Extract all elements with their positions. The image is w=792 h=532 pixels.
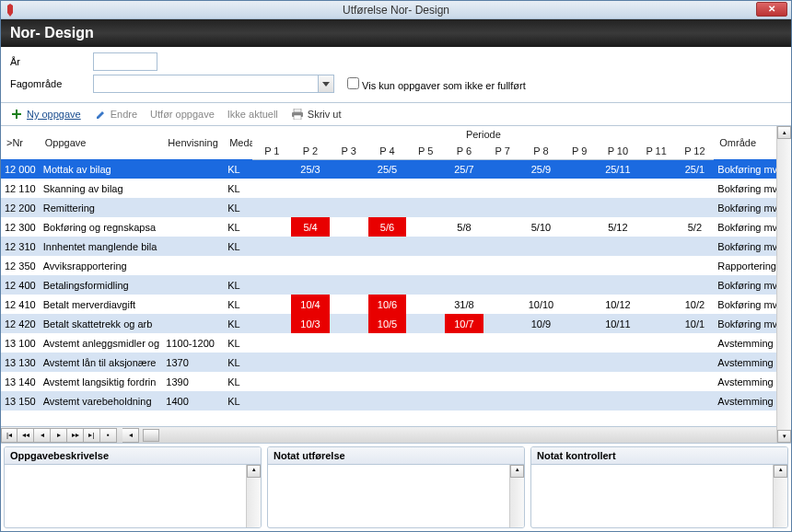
table-row[interactable]: 12 350AvviksrapporteringRapportering: [1, 256, 791, 275]
table-row[interactable]: 13 150Avstemt varebeholdning1400KLAvstem…: [1, 391, 791, 411]
panel-note-execute: Notat utførelse ▴: [267, 446, 525, 528]
col-henvisning[interactable]: Henvisning: [162, 126, 224, 159]
window-title: Utførelse Nor- Design: [343, 4, 449, 17]
table-row[interactable]: 12 300Bokføring og regnskapsaKL5/45/65/8…: [1, 217, 791, 237]
table-row[interactable]: 12 110Skanning av bilagKLBokføring mv: [1, 179, 791, 198]
table-row[interactable]: 13 130Avstemt lån til aksjonære1370KLAvs…: [1, 353, 791, 372]
page-title: Nor- Design: [1, 19, 791, 47]
pencil-icon: [94, 108, 107, 121]
close-button[interactable]: ✕: [756, 2, 787, 17]
scroll-down-button[interactable]: ▾: [777, 430, 791, 443]
col-p6[interactable]: P 6: [445, 143, 483, 159]
nav-prev-page[interactable]: ◂◂: [17, 428, 34, 443]
year-label: År: [10, 56, 93, 67]
hscroll-left[interactable]: ◂: [122, 428, 139, 443]
panel-scrollbar[interactable]: ▴: [246, 465, 261, 527]
bottom-panels: Oppgavebeskrivelse ▴ Notat utførelse ▴ N…: [1, 443, 791, 531]
col-p5[interactable]: P 5: [406, 143, 445, 159]
panel-scrollbar[interactable]: ▴: [773, 465, 787, 527]
parameters: År Fagområde Vis kun oppgaver som ikke e…: [1, 47, 791, 103]
panel-note-checked: Notat kontrollert ▴: [530, 446, 788, 528]
table-row[interactable]: 13 140Avstemt langsiktig fordrin1390KLAv…: [1, 372, 791, 391]
description-text[interactable]: ▴: [5, 465, 261, 527]
printer-icon: [291, 108, 304, 121]
table-row[interactable]: 12 410Betalt merverdiavgiftKL10/410/631/…: [1, 295, 791, 314]
scroll-up-button[interactable]: ▴: [774, 465, 787, 478]
grid-container: >Nr Oppgave Henvisning Meda Periode Områ…: [1, 126, 791, 443]
record-navigator: |◂ ◂◂ ◂ ▸ ▸▸ ▸| ▪ ◂: [1, 426, 791, 443]
scroll-up-button[interactable]: ▴: [777, 126, 791, 139]
nav-extra[interactable]: ▪: [100, 428, 117, 443]
vertical-scrollbar[interactable]: ▴ ▾: [776, 126, 791, 443]
nav-first[interactable]: |◂: [1, 428, 17, 443]
area-dropdown-button[interactable]: [318, 75, 334, 93]
col-meda[interactable]: Meda: [224, 126, 252, 159]
perform-button[interactable]: Utfør oppgave: [150, 109, 215, 120]
col-p8[interactable]: P 8: [522, 143, 561, 159]
area-input[interactable]: [93, 75, 318, 93]
edit-button[interactable]: Endre: [94, 108, 137, 121]
table-row[interactable]: 12 000Mottak av bilagKL25/325/525/725/92…: [1, 159, 791, 179]
toolbar: Ny oppgave Endre Utfør oppgave Ikke aktu…: [1, 103, 791, 126]
col-p4[interactable]: P 4: [368, 143, 407, 159]
nav-next-page[interactable]: ▸▸: [67, 428, 84, 443]
nav-last[interactable]: ▸|: [84, 428, 100, 443]
svg-rect-4: [294, 115, 301, 120]
panel-description: Oppgavebeskrivelse ▴: [4, 446, 262, 528]
col-p1[interactable]: P 1: [252, 143, 291, 159]
col-p10[interactable]: P 10: [599, 143, 637, 159]
table-row[interactable]: 12 420Betalt skattetrekk og arbKL10/310/…: [1, 314, 791, 333]
chevron-down-icon: [322, 82, 330, 87]
show-incomplete-label[interactable]: Vis kun oppgaver som ikke er fullført: [347, 77, 526, 91]
print-button[interactable]: Skriv ut: [291, 108, 342, 121]
col-oppgave[interactable]: Oppgave: [40, 126, 163, 159]
table-row[interactable]: 13 100Avstemt anleggsmidler og1100-1200K…: [1, 333, 791, 353]
col-p12[interactable]: P 12: [676, 143, 715, 159]
panel-scrollbar[interactable]: ▴: [509, 465, 524, 527]
nav-next[interactable]: ▸: [51, 428, 67, 443]
col-p11[interactable]: P 11: [637, 143, 676, 159]
table-row[interactable]: 12 400BetalingsformidlingKLBokføring mv: [1, 275, 791, 295]
hscroll-thumb[interactable]: [143, 429, 159, 442]
scroll-up-button[interactable]: ▴: [510, 465, 524, 478]
col-p7[interactable]: P 7: [483, 143, 522, 159]
titlebar: Utførelse Nor- Design ✕: [1, 1, 791, 19]
svg-rect-1: [12, 113, 21, 115]
col-p3[interactable]: P 3: [330, 143, 368, 159]
nav-prev[interactable]: ◂: [34, 428, 51, 443]
col-p9[interactable]: P 9: [560, 143, 599, 159]
plus-icon: [10, 108, 23, 121]
area-label: Fagområde: [10, 78, 93, 89]
not-relevant-button[interactable]: Ikke aktuell: [227, 109, 278, 120]
new-task-button[interactable]: Ny oppgave: [10, 108, 81, 121]
note-execute-text[interactable]: ▴: [268, 465, 524, 527]
app-icon: [5, 4, 16, 17]
col-nr[interactable]: >Nr: [1, 126, 40, 159]
task-grid[interactable]: >Nr Oppgave Henvisning Meda Periode Områ…: [1, 126, 791, 411]
show-incomplete-checkbox[interactable]: [347, 77, 359, 89]
col-periode: Periode: [252, 126, 714, 143]
year-input[interactable]: [93, 52, 157, 71]
table-row[interactable]: 12 310Innhentet manglende bilaKLBokførin…: [1, 237, 791, 256]
table-row[interactable]: 12 200RemitteringKLBokføring mv: [1, 198, 791, 217]
scroll-up-button[interactable]: ▴: [247, 465, 261, 478]
col-p2[interactable]: P 2: [291, 143, 330, 159]
note-checked-text[interactable]: ▴: [531, 465, 787, 527]
svg-rect-2: [294, 109, 301, 112]
